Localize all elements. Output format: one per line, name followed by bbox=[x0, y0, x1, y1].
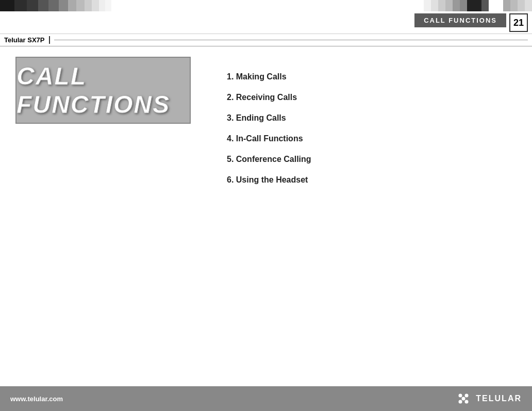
color-block bbox=[0, 0, 14, 11]
color-block bbox=[467, 0, 481, 11]
color-block bbox=[38, 0, 48, 11]
color-block bbox=[489, 0, 503, 11]
svg-point-3 bbox=[465, 400, 469, 404]
color-block bbox=[27, 0, 38, 11]
menu-item-2: 2. Receiving Calls bbox=[227, 93, 517, 102]
color-block bbox=[503, 0, 510, 11]
call-functions-banner: CALL FUNCTIONS bbox=[15, 57, 191, 124]
color-block bbox=[518, 0, 525, 11]
color-block bbox=[111, 0, 117, 11]
color-block bbox=[59, 0, 68, 11]
page-number: 21 bbox=[513, 18, 524, 28]
color-block bbox=[48, 0, 59, 11]
footer-url: www.telular.com bbox=[10, 395, 63, 403]
main-content: CALL FUNCTIONS 1. Making Calls2. Receivi… bbox=[0, 46, 532, 206]
color-block bbox=[68, 0, 76, 11]
color-block bbox=[510, 0, 518, 11]
color-block bbox=[445, 0, 453, 11]
menu-item-5: 5. Conference Calling bbox=[227, 155, 517, 164]
svg-point-2 bbox=[459, 400, 462, 404]
doc-name-line bbox=[54, 40, 528, 40]
color-block bbox=[453, 0, 460, 11]
color-block bbox=[92, 0, 99, 11]
svg-point-0 bbox=[459, 394, 462, 398]
doc-name: Telular SX7P bbox=[4, 36, 50, 44]
top-bar-right bbox=[266, 0, 532, 11]
telular-logo-icon bbox=[455, 390, 472, 407]
color-block bbox=[85, 0, 92, 11]
menu-item-4: 4. In-Call Functions bbox=[227, 134, 517, 143]
menu-item-3: 3. Ending Calls bbox=[227, 113, 517, 123]
left-panel: CALL FUNCTIONS bbox=[15, 57, 206, 196]
color-block bbox=[438, 0, 445, 11]
color-block bbox=[431, 0, 438, 11]
color-block bbox=[424, 0, 431, 11]
color-block bbox=[105, 0, 111, 11]
top-bar-left bbox=[0, 0, 266, 11]
color-block bbox=[76, 0, 85, 11]
menu-item-1: 1. Making Calls bbox=[227, 72, 517, 81]
color-block bbox=[481, 0, 489, 11]
section-title: CALL FUNCTIONS bbox=[424, 17, 497, 24]
footer: www.telular.com TELULAR bbox=[0, 386, 532, 411]
doc-name-bar: Telular SX7P bbox=[0, 34, 532, 46]
section-title-box: CALL FUNCTIONS bbox=[414, 13, 506, 27]
color-block bbox=[525, 0, 532, 11]
color-block bbox=[460, 0, 467, 11]
banner-text: CALL FUNCTIONS bbox=[16, 62, 190, 119]
svg-point-1 bbox=[465, 394, 469, 398]
menu-item-6: 6. Using the Headset bbox=[227, 175, 517, 185]
top-color-bar bbox=[0, 0, 532, 11]
page-number-box: 21 bbox=[509, 13, 528, 32]
header-area: CALL FUNCTIONS 21 bbox=[0, 11, 532, 34]
svg-point-4 bbox=[462, 397, 466, 401]
footer-logo-text: TELULAR bbox=[476, 394, 522, 403]
right-panel: 1. Making Calls2. Receiving Calls3. Endi… bbox=[206, 72, 517, 196]
footer-logo: TELULAR bbox=[455, 390, 522, 407]
color-block bbox=[99, 0, 105, 11]
color-block bbox=[14, 0, 27, 11]
